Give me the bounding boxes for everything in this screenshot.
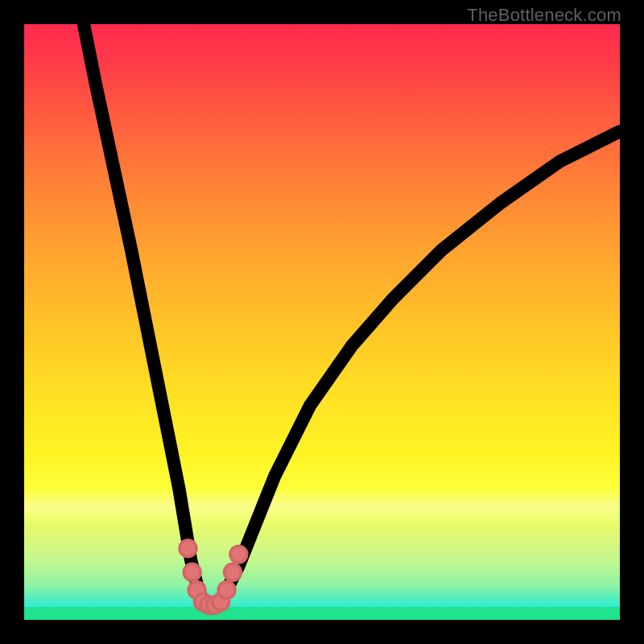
curve-marker xyxy=(230,546,247,563)
watermark-text: TheBottleneck.com xyxy=(467,5,621,26)
bottleneck-curve-svg xyxy=(24,24,620,620)
plot-area xyxy=(24,24,620,620)
curve-marker xyxy=(225,564,242,580)
curve-marker xyxy=(218,582,235,599)
curve-marker xyxy=(184,564,200,580)
bottleneck-curve-path xyxy=(84,24,620,608)
curve-marker xyxy=(180,540,196,557)
curve-markers xyxy=(180,540,247,613)
chart-stage: TheBottleneck.com xyxy=(0,0,644,644)
